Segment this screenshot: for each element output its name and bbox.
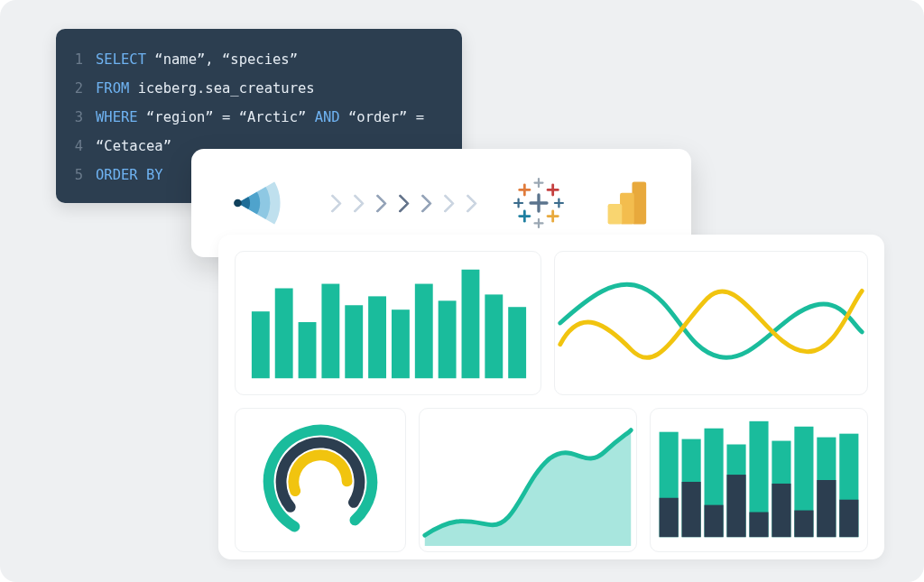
line-number: 1	[72, 45, 83, 74]
svg-rect-32	[392, 309, 410, 378]
svg-rect-54	[794, 511, 813, 538]
svg-rect-25	[608, 204, 623, 224]
svg-rect-35	[462, 270, 480, 378]
svg-point-38	[250, 411, 391, 551]
chart-dual-wave	[554, 251, 868, 395]
svg-rect-31	[368, 296, 386, 378]
power-bi-icon	[603, 178, 653, 228]
svg-rect-44	[682, 482, 701, 537]
svg-rect-48	[726, 475, 745, 537]
starburst-icon	[231, 175, 287, 231]
chart-area	[419, 408, 637, 552]
svg-rect-26	[252, 311, 270, 378]
illustration-stage: 1 SELECT “name”, “species” 2 FROM iceber…	[0, 0, 924, 582]
svg-rect-58	[839, 500, 858, 537]
svg-rect-42	[660, 498, 679, 537]
chevron-right-icon	[368, 193, 387, 212]
chevron-right-icon	[323, 193, 342, 212]
line-number: 5	[72, 161, 83, 189]
svg-rect-50	[749, 513, 768, 538]
line-number: 3	[72, 103, 83, 132]
chevron-right-icon	[458, 193, 477, 212]
code-line: 2 FROM iceberg.sea_creatures	[72, 74, 444, 103]
svg-rect-24	[620, 193, 634, 225]
chart-stacked-bars	[650, 408, 868, 552]
chevron-right-icon	[346, 193, 365, 212]
svg-rect-52	[772, 484, 790, 537]
svg-rect-27	[275, 288, 293, 378]
chart-bars-teal	[235, 251, 541, 395]
tableau-icon	[513, 178, 564, 228]
chevron-right-icon	[436, 193, 455, 212]
line-number: 2	[72, 74, 83, 103]
svg-rect-23	[632, 181, 646, 224]
code-line: 1 SELECT “name”, “species”	[72, 45, 444, 74]
svg-point-4	[234, 199, 242, 208]
svg-rect-33	[415, 284, 433, 379]
line-number: 4	[72, 132, 83, 161]
code-line: 3 WHERE “region” = “Arctic” AND “order” …	[72, 103, 444, 132]
svg-rect-37	[508, 307, 526, 378]
chevron-right-icon	[413, 193, 432, 212]
svg-rect-34	[439, 300, 457, 378]
svg-rect-29	[321, 284, 339, 379]
chart-donut-arcs	[235, 408, 406, 552]
chevron-right-icon	[391, 193, 410, 212]
svg-rect-36	[485, 294, 503, 378]
svg-rect-56	[817, 480, 836, 537]
svg-rect-30	[345, 305, 363, 378]
svg-rect-28	[299, 322, 317, 378]
flow-chevrons	[326, 197, 475, 210]
dashboard-panel	[218, 235, 884, 559]
svg-rect-46	[705, 505, 724, 538]
